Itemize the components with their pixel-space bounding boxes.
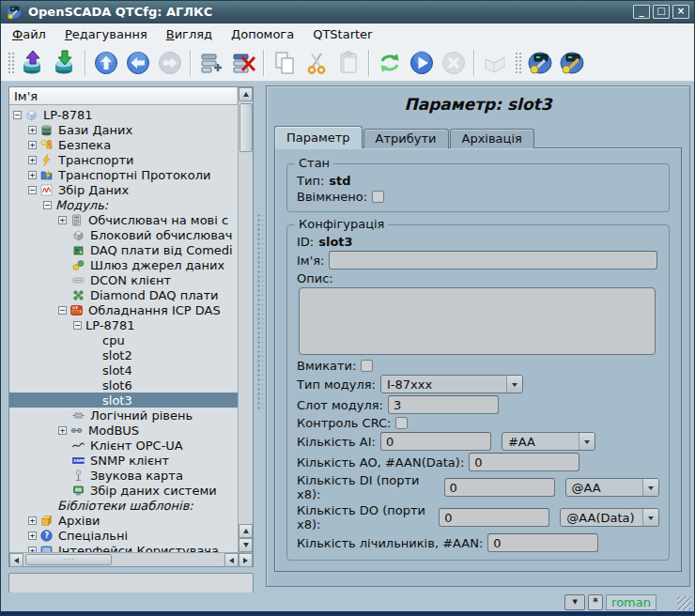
tree-item[interactable]: −LP-8781 bbox=[9, 107, 238, 122]
tab-parameter[interactable]: Параметр bbox=[274, 126, 363, 148]
tree-item[interactable]: slot6 bbox=[9, 377, 238, 393]
tree-column-header[interactable]: Ім'я bbox=[9, 87, 238, 105]
tree-vscrollbar[interactable] bbox=[238, 87, 253, 552]
tree-item[interactable]: −ICPDASОбладнання ICP DAS bbox=[9, 302, 238, 317]
tree-item[interactable]: −LP-8781 bbox=[9, 317, 238, 332]
menu-qtstarter[interactable]: QTStarter bbox=[313, 27, 372, 41]
menu-help[interactable]: Допомога bbox=[231, 27, 294, 41]
vscroll-thumb[interactable] bbox=[239, 103, 253, 152]
tree-item[interactable]: +Безпека bbox=[9, 137, 238, 152]
ao-count-input[interactable] bbox=[469, 453, 579, 471]
counters-input[interactable] bbox=[487, 533, 598, 552]
vscroll-track[interactable] bbox=[239, 101, 253, 524]
expand-plus-icon[interactable]: + bbox=[28, 141, 37, 149]
tree-hscrollbar[interactable] bbox=[9, 552, 253, 566]
expand-plus-icon[interactable]: + bbox=[28, 156, 37, 164]
panel-splitter[interactable] bbox=[256, 213, 263, 410]
vision-starter-button[interactable] bbox=[556, 48, 588, 78]
collapse-minus-icon[interactable]: − bbox=[73, 321, 82, 330]
tree-item[interactable]: Блоковий обчислювач bbox=[9, 227, 238, 242]
tree-item[interactable]: slot2 bbox=[9, 347, 238, 362]
status-star-button[interactable]: * bbox=[588, 594, 603, 610]
tree-item[interactable]: Diamond DAQ плати bbox=[9, 287, 238, 302]
tree-item[interactable]: DAQ плати від Comedi bbox=[9, 242, 238, 257]
crc-checkbox[interactable] bbox=[395, 417, 408, 429]
save-to-db-button[interactable] bbox=[49, 48, 81, 78]
minimize-button[interactable]: _ bbox=[633, 5, 650, 19]
load-from-db-button[interactable] bbox=[17, 48, 49, 78]
tree-item[interactable]: Звукова карта bbox=[9, 468, 238, 483]
collapse-minus-icon[interactable]: − bbox=[13, 111, 22, 119]
do-count-input[interactable] bbox=[439, 508, 549, 527]
tree-item[interactable]: Збір даних системи bbox=[9, 483, 238, 498]
qtcfg-starter-button[interactable] bbox=[524, 48, 556, 78]
tree-item[interactable]: +Інтерфейси Користувача bbox=[9, 543, 238, 552]
resize-grip[interactable] bbox=[677, 596, 691, 610]
ai-count-input[interactable] bbox=[380, 432, 491, 451]
expand-plus-icon[interactable]: + bbox=[58, 216, 67, 224]
expand-plus-icon[interactable]: + bbox=[28, 126, 37, 134]
toolbar-handle[interactable] bbox=[514, 51, 521, 75]
hscroll-track[interactable] bbox=[23, 553, 224, 566]
expand-plus-icon[interactable]: + bbox=[28, 531, 37, 540]
do-mode-combo[interactable]: @AA(Data) bbox=[560, 508, 659, 527]
tree-item[interactable]: +Транспорти bbox=[9, 152, 238, 167]
scroll-down-button[interactable] bbox=[239, 538, 253, 552]
delete-item-button[interactable] bbox=[227, 48, 259, 78]
to-enable-checkbox[interactable] bbox=[361, 360, 373, 372]
tree-item[interactable]: Бібліотеки шаблонів: bbox=[9, 498, 238, 513]
collapse-minus-icon[interactable]: − bbox=[43, 201, 52, 209]
collapse-minus-icon[interactable]: − bbox=[28, 186, 37, 194]
maximize-button[interactable]: □ bbox=[653, 5, 670, 19]
tree-item[interactable]: cpu bbox=[9, 332, 238, 347]
di-count-input[interactable] bbox=[444, 478, 555, 497]
close-button[interactable]: × bbox=[672, 5, 689, 19]
expand-plus-icon[interactable]: + bbox=[58, 426, 67, 435]
tree-item[interactable]: +Бази Даних bbox=[9, 122, 238, 137]
hscroll-thumb[interactable] bbox=[25, 554, 112, 565]
tree-item[interactable]: DCON клієнт bbox=[9, 272, 238, 287]
tree-item[interactable]: +Транспортні Протоколи bbox=[9, 167, 238, 182]
tree-item[interactable]: slot4 bbox=[9, 362, 238, 377]
scroll-left-button[interactable] bbox=[224, 553, 239, 567]
tree-item[interactable]: SNMPSNMP клієнт bbox=[9, 453, 238, 468]
tree-item[interactable]: Логічний рівень bbox=[9, 408, 238, 423]
tree-item[interactable]: +Обчислювач на мові с bbox=[9, 212, 238, 227]
start-button[interactable] bbox=[406, 48, 438, 78]
add-item-button[interactable] bbox=[195, 48, 227, 78]
menu-view[interactable]: Вигляд bbox=[166, 27, 212, 41]
name-input[interactable] bbox=[329, 251, 657, 270]
tree-item[interactable]: +ModBUS bbox=[9, 423, 238, 438]
tree-item[interactable]: slot3 bbox=[9, 393, 238, 408]
collapse-minus-icon[interactable]: − bbox=[58, 306, 67, 315]
copy-button[interactable] bbox=[269, 48, 301, 78]
tree-item[interactable]: −Збір Даних bbox=[9, 182, 238, 197]
menu-edit[interactable]: Редагування bbox=[65, 27, 147, 41]
tree-item[interactable]: Клієнт OPC-UA bbox=[9, 438, 238, 453]
refresh-button[interactable] bbox=[374, 48, 406, 78]
cut-button[interactable] bbox=[301, 48, 332, 78]
up-button[interactable] bbox=[90, 48, 122, 78]
tree-status-field[interactable] bbox=[8, 573, 254, 593]
description-textarea[interactable] bbox=[299, 287, 656, 355]
module-slot-input[interactable] bbox=[388, 395, 499, 414]
tree-item[interactable]: +Архіви bbox=[9, 513, 238, 528]
expand-plus-icon[interactable]: + bbox=[28, 171, 37, 179]
scroll-left-button[interactable] bbox=[9, 553, 23, 567]
expand-plus-icon[interactable]: + bbox=[28, 516, 37, 525]
scroll-right-button[interactable] bbox=[239, 553, 253, 567]
tree-item[interactable]: Шлюз джерел даних bbox=[9, 257, 238, 272]
tab-archiving[interactable]: Архівація bbox=[450, 129, 534, 148]
scroll-up-button[interactable] bbox=[239, 87, 253, 101]
status-dropdown[interactable]: ▼ bbox=[564, 594, 585, 610]
tree-item[interactable]: +?Спеціальні bbox=[9, 528, 238, 543]
tree-item[interactable]: −Модуль: bbox=[9, 197, 238, 212]
back-button[interactable] bbox=[122, 48, 154, 78]
enabled-checkbox[interactable] bbox=[372, 191, 384, 203]
ai-mode-combo[interactable]: #AA bbox=[502, 432, 595, 451]
module-type-combo[interactable]: I-87xxx bbox=[380, 375, 523, 393]
menu-file[interactable]: Файл bbox=[12, 27, 46, 41]
di-mode-combo[interactable]: @AA bbox=[565, 478, 659, 497]
tab-attributes[interactable]: Атрибути bbox=[363, 129, 449, 148]
toolbar-handle[interactable] bbox=[7, 51, 14, 75]
